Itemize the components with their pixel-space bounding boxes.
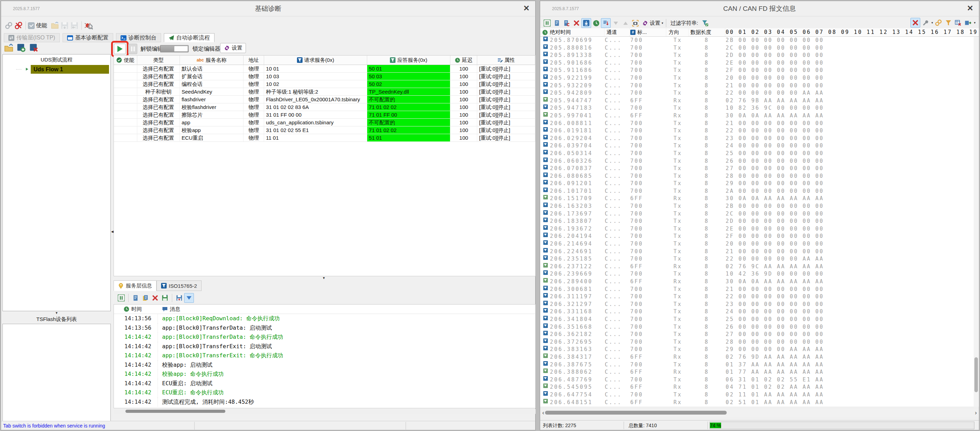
can-row[interactable]: 206.289400C...6FFRx830 0A 0A AA AA AA AA… bbox=[540, 278, 979, 286]
close-icon[interactable]: ✕ bbox=[523, 4, 530, 13]
col-channel[interactable]: 通道 bbox=[606, 29, 617, 36]
tree-item-uds-flow-1[interactable]: Uds Flow 1 bbox=[3, 65, 110, 74]
can-row[interactable]: 205.911686C...700Tx82F 00 00 00 00 00 00… bbox=[540, 67, 979, 75]
can-row[interactable]: 206.311197C...700Tx822 00 00 00 00 00 00… bbox=[540, 293, 979, 301]
can-row[interactable]: 206.008811C...700Tx821 00 00 00 00 00 00… bbox=[540, 120, 979, 127]
stop-icon[interactable] bbox=[910, 18, 920, 28]
sort-list-icon[interactable] bbox=[601, 18, 611, 28]
log-doc-icon[interactable] bbox=[130, 293, 140, 303]
can-row[interactable]: 206.341804C...700Tx825 00 00 00 00 00 00… bbox=[540, 316, 979, 323]
debug-search-icon[interactable] bbox=[84, 21, 94, 30]
log-row[interactable]: 14:14:42ECU重启: 命令执行成功 bbox=[114, 388, 535, 398]
wrench-icon[interactable] bbox=[920, 18, 930, 28]
settings-label[interactable]: 设置 bbox=[650, 20, 660, 27]
col-address[interactable]: 地址 bbox=[243, 56, 264, 65]
splitter-collapse-icon[interactable]: ▼ bbox=[55, 311, 58, 315]
col-enable[interactable]: 使能 bbox=[114, 56, 137, 65]
tab-iso15765-2[interactable]: ISO15765-2 bbox=[156, 280, 202, 291]
can-row[interactable]: 205.932209C...700Tx821 00 00 00 00 00 00… bbox=[540, 82, 979, 90]
delete-flow-icon[interactable] bbox=[29, 43, 39, 53]
scrollbar-thumb[interactable] bbox=[126, 410, 225, 413]
tab-transport-layer[interactable]: 传输层(ISO TP) bbox=[4, 33, 60, 42]
can-row[interactable]: 206.321297C...700Tx823 00 00 00 00 00 00… bbox=[540, 301, 979, 309]
scrollbar-thumb[interactable] bbox=[545, 411, 727, 415]
open-folder-icon[interactable] bbox=[50, 21, 60, 30]
can-row[interactable]: 206.183807C...700Tx82D 00 00 00 00 00 00… bbox=[540, 218, 979, 225]
scroll-left-icon[interactable]: ‹ bbox=[542, 409, 544, 417]
link-icon[interactable] bbox=[934, 18, 943, 28]
can-row[interactable]: 206.214694C...700Tx820 00 00 00 00 00 00… bbox=[540, 240, 979, 248]
log-row[interactable]: 14:14:42app:[Block0]TransferExit: 启动测试 bbox=[114, 342, 535, 351]
filter-icon[interactable] bbox=[943, 18, 953, 28]
close-icon[interactable]: ✕ bbox=[967, 4, 974, 13]
service-row[interactable]: 选择已有配置校验flashdriver物理31 01 02 02 83 6A71… bbox=[114, 103, 535, 111]
toggle-thumb[interactable] bbox=[174, 46, 188, 52]
can-row[interactable]: 206.173697C...700Tx82C 00 00 00 00 00 00… bbox=[540, 210, 979, 218]
can-row[interactable]: 206.163203C...700Tx82B 00 00 00 00 00 00… bbox=[540, 203, 979, 210]
log-clear-icon[interactable] bbox=[150, 293, 160, 303]
log-doc-copy-icon[interactable] bbox=[140, 293, 150, 303]
flow-settings-button[interactable]: 设置 bbox=[220, 43, 246, 53]
log-row[interactable]: 14:13:56app:[Block0]TransferData: 启动测试 bbox=[114, 323, 535, 333]
can-row[interactable]: 206.647754C...700Tx802 11 01 AA AA AA AA… bbox=[540, 391, 979, 399]
can-row[interactable]: 206.193672C...700Tx82E 00 00 00 00 00 00… bbox=[540, 225, 979, 233]
tab-auto-diagnostic-flow[interactable]: 自动诊断流程 bbox=[164, 33, 215, 42]
log-save-icon[interactable] bbox=[160, 293, 170, 303]
log-row[interactable]: 14:14:42app:[Block0]TransferData: 命令执行成功 bbox=[114, 332, 535, 342]
col-data-length[interactable]: 数据长度 bbox=[690, 29, 711, 36]
timestamp-icon[interactable] bbox=[591, 18, 601, 28]
can-row[interactable]: 206.372695C...700Tx828 00 00 00 00 00 00… bbox=[540, 339, 979, 346]
log-row[interactable]: 14:14:42测试流程完成, 消耗时间:48.452秒 bbox=[114, 398, 535, 407]
can-row[interactable]: 206.362182C...700Tx827 00 00 00 00 00 00… bbox=[540, 331, 979, 339]
col-delay[interactable]: 延迟 bbox=[450, 56, 477, 65]
can-row[interactable]: 205.870699C...700Tx82B 00 00 00 00 00 00… bbox=[540, 37, 979, 45]
service-row[interactable]: 选择已有配置扩展会话物理10 0350 03100[重试:0][停止] bbox=[114, 73, 535, 80]
service-row[interactable]: 选择已有配置默认会话物理10 0150 01100[重试:0][停止] bbox=[114, 65, 535, 73]
chevron-down-icon[interactable]: ▼ bbox=[974, 21, 976, 24]
log-row[interactable]: 14:13:56app:[Block0]ReqDownload: 命令执行成功 bbox=[114, 314, 535, 323]
can-row[interactable]: 205.880816C...700Tx82C 00 00 00 00 00 00… bbox=[540, 45, 979, 52]
can-row[interactable]: 206.487769C...700Tx806 31 01 02 02 55 E1… bbox=[540, 376, 979, 384]
can-row[interactable]: 206.331168C...700Tx824 00 00 00 00 00 00… bbox=[540, 308, 979, 316]
can-row[interactable]: 206.070837C...700Tx827 00 00 00 00 00 00… bbox=[540, 165, 979, 173]
can-row[interactable]: 206.224691C...700Tx821 00 00 00 00 00 00… bbox=[540, 248, 979, 256]
gear-icon[interactable] bbox=[640, 18, 650, 28]
connect-link-icon[interactable] bbox=[4, 21, 14, 30]
log-row[interactable]: 14:14:42app:[Block0]TransferExit: 命令执行成功 bbox=[114, 351, 535, 361]
save-icon[interactable] bbox=[60, 21, 70, 30]
can-row[interactable]: 206.039704C...700Tx824 00 00 00 00 00 00… bbox=[540, 142, 979, 150]
can-row[interactable]: 206.080685C...700Tx828 00 00 00 00 00 00… bbox=[540, 173, 979, 180]
service-row[interactable]: 选择已有配置app物理uds_can_application.tsbinary不… bbox=[114, 119, 535, 126]
save-all-icon[interactable] bbox=[70, 21, 79, 30]
editor-lock-toggle[interactable] bbox=[160, 45, 189, 52]
can-row[interactable]: 206.300681C...700Tx821 00 00 00 00 00 00… bbox=[540, 286, 979, 293]
can-row[interactable]: 205.901686C...700Tx82E 00 00 00 00 00 00… bbox=[540, 59, 979, 67]
log-row[interactable]: 14:14:42ECU重启: 启动测试 bbox=[114, 379, 535, 388]
log-filter-dropdown-icon[interactable] bbox=[184, 293, 194, 303]
can-row[interactable]: 206.050314C...700Tx825 00 00 00 00 00 00… bbox=[540, 150, 979, 157]
trace-doc-icon[interactable] bbox=[552, 18, 562, 28]
can-row[interactable]: 206.151709C...6FFRx830 0A 0A AA AA AA AA… bbox=[540, 195, 979, 203]
can-row[interactable]: 205.922199C...700Tx820 00 00 00 00 00 00… bbox=[540, 75, 979, 82]
service-row[interactable]: 种子和密钥SeedAndKey物理种子等级:1 秘钥等级:2TP_SeednKe… bbox=[114, 88, 535, 96]
col-abs-time[interactable]: 绝对时间 bbox=[550, 29, 571, 36]
can-row[interactable]: 206.060326C...700Tx826 00 00 00 00 00 00… bbox=[540, 157, 979, 165]
log-horizontal-scrollbar[interactable] bbox=[113, 409, 536, 414]
col-request-service[interactable]: 请求服务(0x) bbox=[264, 56, 367, 65]
can-row[interactable]: 206.383163C...700Tx829 00 00 00 00 AA AA… bbox=[540, 346, 979, 353]
snapshot-icon[interactable] bbox=[630, 18, 640, 28]
can-row[interactable]: 206.237122C...6FFRx802 76 9C AA AA AA AA… bbox=[540, 263, 979, 271]
clear-table-icon[interactable] bbox=[953, 18, 963, 28]
add-flow-icon[interactable] bbox=[16, 43, 26, 53]
scroll-up-icon[interactable] bbox=[620, 18, 630, 28]
can-horizontal-scrollbar[interactable]: ‹ › bbox=[540, 409, 979, 417]
can-row[interactable]: 206.239669C...700Tx810 42 36 9D 00 00 00… bbox=[540, 270, 979, 278]
service-row[interactable]: 选择已有配置ECU重启物理11 0151 01100[重试:0][停止] bbox=[114, 134, 535, 142]
col-name[interactable]: abc 服务名称 bbox=[180, 56, 244, 65]
tab-basic-diagnostic-config[interactable]: 基本诊断配置 bbox=[62, 33, 113, 42]
col-response-service[interactable]: 应答服务(0x) bbox=[367, 56, 451, 65]
can-row[interactable]: 206.388062C...6FFRx801 77 AA AA AA AA AA… bbox=[540, 369, 979, 376]
can-row[interactable]: 206.387675C...700Tx801 37 AA AA AA AA AA… bbox=[540, 361, 979, 369]
col-direction[interactable]: 方向 bbox=[669, 29, 679, 36]
can-row[interactable]: 206.101701C...700Tx82A 00 00 00 00 00 00… bbox=[540, 188, 979, 195]
